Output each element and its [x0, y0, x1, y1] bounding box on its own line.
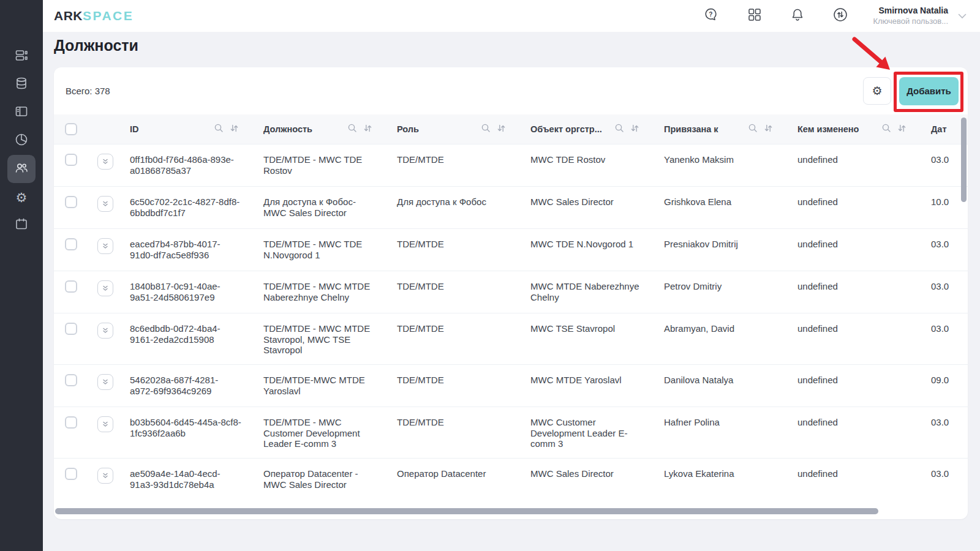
notifications-button[interactable] [790, 8, 805, 24]
sidebar-item-layout[interactable] [7, 99, 36, 127]
select-all-checkbox[interactable] [65, 123, 77, 135]
sync-button[interactable] [832, 8, 848, 24]
cell-position: TDE/MTDE - MWC TDE Rostov [256, 153, 390, 184]
cell-object: MWC TDE Rostov [523, 153, 657, 174]
column-header-role[interactable]: Роль [390, 123, 523, 135]
sort-icon[interactable] [363, 124, 372, 135]
cell-attached: Presniakov Dmitrij [657, 238, 790, 258]
sidebar-item-settings[interactable]: ⚙ [7, 183, 36, 211]
sort-icon[interactable] [230, 124, 239, 135]
cell-changed_by: undefined [790, 416, 924, 437]
row-checkbox[interactable] [65, 468, 77, 480]
cell-object: MWC TSE Stavropol [523, 322, 657, 343]
column-header-id[interactable]: ID [123, 123, 256, 135]
row-checkbox[interactable] [65, 374, 77, 386]
sort-icon[interactable] [897, 124, 907, 135]
column-header-attached[interactable]: Привязана к [657, 123, 790, 135]
positions-table: IDДолжностьРольОбъект оргстр...Привязана… [54, 114, 968, 500]
calendar-icon [14, 217, 29, 234]
row-checkbox[interactable] [65, 280, 77, 293]
cell-position: TDE/MTDE - MWC TDE N.Novgorod 1 [256, 238, 390, 269]
expand-row-button[interactable] [97, 238, 113, 254]
column-header-position[interactable]: Должность [256, 123, 390, 135]
svg-text:?: ? [709, 11, 713, 18]
search-icon[interactable] [481, 123, 491, 135]
gear-icon: ⚙ [872, 84, 882, 98]
sidebar-item-users[interactable] [7, 155, 36, 183]
sidebar-item-calendar[interactable] [7, 211, 36, 239]
row-checkbox[interactable] [65, 416, 77, 429]
table-body: 0ff1fb0d-f76d-486a-893e-a01868785a37TDE/… [54, 144, 968, 500]
cell-date: 03.0 [924, 467, 968, 488]
column-label: Должность [263, 124, 312, 134]
expand-row-button[interactable] [97, 416, 113, 432]
sort-icon[interactable] [497, 124, 506, 135]
expand-row-button[interactable] [97, 280, 113, 296]
column-header-changed_by[interactable]: Кем изменено [790, 123, 924, 135]
expand-row-button[interactable] [97, 154, 113, 170]
table-header-row: IDДолжностьРольОбъект оргстр...Привязана… [54, 114, 968, 144]
expand-row-button[interactable] [97, 196, 113, 212]
add-button[interactable]: Добавить [899, 77, 959, 105]
cell-role: TDE/MTDE [390, 373, 523, 394]
cell-role: TDE/MTDE [390, 322, 523, 343]
apps-button[interactable] [747, 8, 763, 24]
cell-object: MWC Sales Director [523, 195, 657, 216]
user-menu[interactable]: Smirnova Natalia Ключевой пользов... [873, 6, 948, 26]
apps-grid-icon [747, 7, 762, 24]
sidebar-item-database[interactable] [7, 70, 36, 99]
search-icon[interactable] [347, 123, 357, 135]
table-row: ae509a4e-14a0-4ecd-91a3-93d1dc78eb4aОпер… [54, 458, 968, 500]
cell-date: 03.0 [924, 280, 968, 301]
boards-icon [14, 48, 29, 65]
cell-date: 03.0 [924, 416, 968, 437]
layout-panel-icon [14, 104, 29, 121]
search-icon[interactable] [614, 123, 624, 135]
brand-logo: ARKSPACE [54, 9, 134, 23]
table-row: eaced7b4-87bb-4017-91d0-df7ac5e8f936TDE/… [54, 228, 968, 271]
cell-changed_by: undefined [790, 322, 924, 343]
row-checkbox[interactable] [65, 154, 77, 166]
cell-role: TDE/MTDE [390, 153, 523, 174]
help-icon: ? [704, 7, 720, 25]
cell-id: 5462028a-687f-4281-a972-69f9364c9269 [123, 373, 256, 405]
column-header-object[interactable]: Объект оргстр... [523, 123, 657, 135]
cell-object: MWC MTDE Yaroslavl [523, 373, 657, 394]
cell-attached: Hafner Polina [657, 416, 790, 437]
search-icon[interactable] [881, 123, 891, 135]
row-checkbox[interactable] [65, 238, 77, 250]
cell-date: 03.0 [924, 238, 968, 258]
expand-row-button[interactable] [97, 468, 113, 484]
table-row: b03b5604-6d45-445a-8cf8-1fc936f2aa6bTDE/… [54, 407, 968, 458]
notifications-icon [790, 7, 805, 24]
vertical-scrollbar[interactable] [961, 118, 967, 202]
column-label: Роль [397, 124, 419, 134]
sort-icon[interactable] [630, 124, 639, 135]
sort-icon[interactable] [764, 124, 773, 135]
pie-chart-icon [14, 132, 29, 149]
expand-row-button[interactable] [97, 374, 113, 390]
cell-changed_by: undefined [790, 467, 924, 488]
row-checkbox[interactable] [65, 323, 77, 335]
sidebar-item-boards[interactable] [7, 42, 36, 70]
sidebar-item-reports[interactable] [7, 127, 36, 155]
column-label: ID [130, 124, 139, 134]
database-icon [14, 76, 29, 93]
expand-row-button[interactable] [97, 323, 113, 339]
cell-position: Оператор Datacenter - MWC Sales Director [256, 467, 390, 498]
row-checkbox[interactable] [65, 196, 77, 208]
cell-position: TDE/MTDE - MWC Customer Development Lead… [256, 416, 390, 458]
cell-attached: Lykova Ekaterina [657, 467, 790, 488]
help-button[interactable]: ? [704, 8, 720, 24]
horizontal-scrollbar[interactable] [55, 508, 878, 514]
search-icon[interactable] [214, 123, 224, 135]
cell-attached: Grishkova Elena [657, 195, 790, 216]
cell-role: Для доступа к Фобос [390, 195, 523, 216]
sync-icon [832, 7, 848, 25]
chevron-down-icon[interactable] [958, 13, 967, 19]
user-role: Ключевой пользов... [873, 17, 948, 26]
table-settings-button[interactable]: ⚙ [863, 77, 891, 105]
search-icon[interactable] [748, 123, 758, 135]
settings-icon: ⚙ [16, 191, 28, 204]
cell-attached: Danilova Natalya [657, 373, 790, 394]
